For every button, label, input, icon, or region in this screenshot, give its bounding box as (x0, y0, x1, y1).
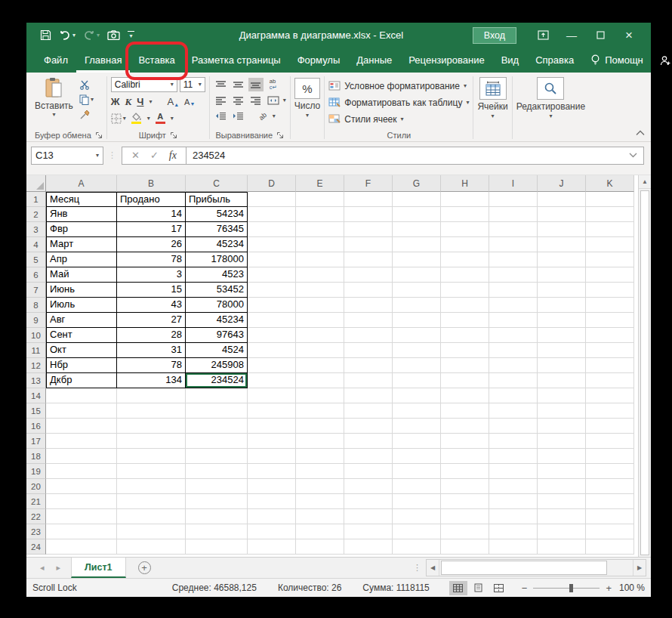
cell-H14[interactable] (441, 388, 489, 403)
cell-F12[interactable] (344, 358, 393, 373)
conditional-formatting-button[interactable]: Условное форматирование ▾ (328, 78, 469, 94)
row-header-10[interactable]: 10 (26, 328, 46, 343)
ribbon-tab-1[interactable]: Главная (76, 48, 130, 73)
merge-dropdown-arrow[interactable]: ▾ (283, 97, 286, 104)
wrap-text-button[interactable]: abc↵ (266, 78, 281, 91)
row-header-1[interactable]: 1 (26, 192, 46, 207)
cell-D5[interactable] (248, 252, 296, 267)
page-layout-view-button[interactable] (470, 581, 488, 595)
scroll-left-icon[interactable]: ◀ (427, 560, 439, 576)
cell-C17[interactable] (186, 434, 248, 449)
select-all-corner[interactable] (26, 175, 46, 192)
cell-E16[interactable] (296, 419, 344, 434)
ribbon-tab-file[interactable]: Файл (35, 48, 76, 73)
cell-I6[interactable] (489, 267, 538, 283)
paste-dropdown-arrow[interactable]: ▾ (52, 112, 55, 118)
name-box[interactable]: C13 ▾ (31, 147, 103, 165)
cell-A2[interactable]: Янв (46, 207, 117, 222)
row-header-14[interactable]: 14 (26, 388, 46, 403)
cell-C23[interactable] (186, 524, 248, 539)
cell-E7[interactable] (296, 283, 344, 298)
cell-D10[interactable] (248, 328, 296, 343)
cell-K4[interactable] (586, 237, 634, 252)
cell-I7[interactable] (489, 283, 538, 298)
column-header-I[interactable]: I (489, 175, 538, 192)
cell-J11[interactable] (538, 343, 586, 358)
cell-B6[interactable]: 3 (117, 267, 186, 283)
cell-C22[interactable] (186, 509, 248, 524)
cell-A11[interactable]: Окт (46, 343, 117, 358)
cell-J10[interactable] (538, 328, 586, 343)
cell-D14[interactable] (248, 388, 296, 403)
align-left-button[interactable] (214, 94, 229, 107)
cell-K21[interactable] (586, 494, 634, 509)
cell-E22[interactable] (296, 509, 344, 524)
italic-button[interactable]: К (125, 96, 132, 108)
cell-A4[interactable]: Март (46, 237, 117, 252)
cell-H16[interactable] (441, 419, 489, 434)
cell-A17[interactable] (46, 434, 117, 449)
cell-D17[interactable] (248, 434, 296, 449)
cell-J8[interactable] (538, 298, 586, 313)
cell-G4[interactable] (393, 237, 441, 252)
cell-I4[interactable] (489, 237, 538, 252)
page-break-view-button[interactable] (490, 581, 508, 595)
ribbon-tab-8[interactable]: Справка (527, 48, 582, 73)
cell-A16[interactable] (46, 419, 117, 434)
cell-K7[interactable] (586, 283, 634, 298)
cell-G12[interactable] (393, 358, 441, 373)
cell-K15[interactable] (586, 403, 634, 419)
column-header-A[interactable]: A (46, 175, 117, 192)
cell-C12[interactable]: 245908 (186, 358, 248, 373)
cell-C8[interactable]: 78000 (186, 298, 248, 313)
sign-in-button[interactable]: Вход (473, 27, 516, 44)
cell-C19[interactable] (186, 464, 248, 479)
ribbon-tab-9[interactable]: Помощн (582, 48, 652, 73)
increase-indent-button[interactable] (231, 110, 246, 123)
cell-H8[interactable] (441, 298, 489, 313)
customize-toolbar-button[interactable]: ▾ (128, 31, 134, 39)
cell-F5[interactable] (344, 252, 393, 267)
ribbon-tab-3[interactable]: Разметка страницы (183, 48, 289, 73)
cell-E23[interactable] (296, 524, 344, 539)
cell-A18[interactable] (46, 449, 117, 464)
cell-D2[interactable] (248, 207, 296, 222)
cell-I20[interactable] (489, 479, 538, 494)
cell-I8[interactable] (489, 298, 538, 313)
cell-E18[interactable] (296, 449, 344, 464)
cell-D15[interactable] (248, 403, 296, 419)
add-sheet-button[interactable]: + (138, 558, 151, 578)
cell-K22[interactable] (586, 509, 634, 524)
cell-G9[interactable] (393, 313, 441, 328)
cell-K3[interactable] (586, 222, 634, 237)
close-button[interactable]: × (615, 25, 643, 46)
cell-B5[interactable]: 78 (117, 252, 186, 267)
cell-I9[interactable] (489, 313, 538, 328)
zoom-slider-thumb[interactable] (569, 584, 573, 592)
cell-F18[interactable] (344, 449, 393, 464)
cell-G17[interactable] (393, 434, 441, 449)
cell-F15[interactable] (344, 403, 393, 419)
cell-J3[interactable] (538, 222, 586, 237)
cell-A9[interactable]: Авг (46, 313, 117, 328)
cell-C16[interactable] (186, 419, 248, 434)
cell-D22[interactable] (248, 509, 296, 524)
cell-K23[interactable] (586, 524, 634, 539)
cut-button[interactable] (79, 79, 94, 91)
cell-E13[interactable] (296, 373, 344, 388)
row-header-4[interactable]: 4 (26, 237, 46, 252)
row-header-15[interactable]: 15 (26, 403, 46, 419)
cell-E24[interactable] (296, 539, 344, 555)
cell-E20[interactable] (296, 479, 344, 494)
cell-K1[interactable] (586, 192, 634, 207)
cell-E12[interactable] (296, 358, 344, 373)
cell-G13[interactable] (393, 373, 441, 388)
cell-K11[interactable] (586, 343, 634, 358)
cell-E2[interactable] (296, 207, 344, 222)
cell-A19[interactable] (46, 464, 117, 479)
scroll-right-icon[interactable]: ▶ (633, 560, 646, 576)
editing-dropdown-arrow[interactable]: ▾ (549, 113, 552, 119)
row-header-13[interactable]: 13 (26, 373, 46, 388)
cell-J14[interactable] (538, 388, 586, 403)
cell-G22[interactable] (393, 509, 441, 524)
